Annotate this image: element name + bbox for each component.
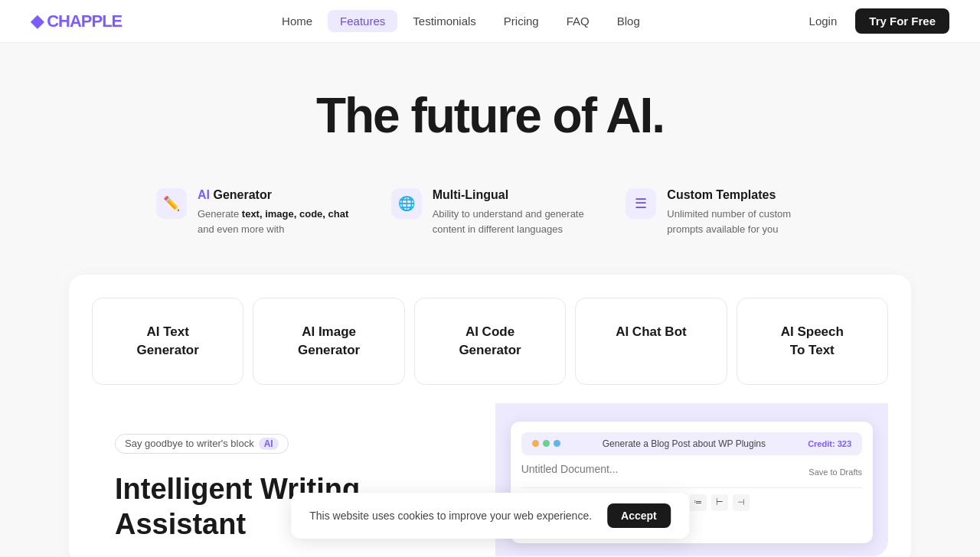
tag: Say goodbye to writer's block AI — [115, 434, 289, 454]
login-button[interactable]: Login — [800, 10, 847, 32]
cookie-banner: This website uses cookies to improve you… — [291, 493, 689, 539]
dot-blue — [554, 440, 560, 447]
card-ai-code-generator[interactable]: AI CodeGenerator — [414, 298, 566, 385]
pencil-icon: ✏️ — [156, 188, 187, 219]
nav-features[interactable]: Features — [328, 10, 397, 32]
feature-desc-ai: Generate text, image, code, chat and eve… — [198, 207, 354, 236]
nav-blog[interactable]: Blog — [605, 10, 652, 32]
editor-header: Generate a Blog Post about WP Plugins Cr… — [521, 432, 862, 455]
feature-title-ai: AI — [198, 188, 210, 201]
logo[interactable]: ◆ CHAPPLE — [31, 11, 122, 31]
feature-title-multilingual: Multi-Lingual — [433, 188, 590, 202]
feature-desc-templates: Unlimited number of custom prompts avail… — [667, 207, 824, 236]
toolbar-align-left[interactable]: ⊢ — [711, 494, 728, 511]
toolbar-list-ol[interactable]: ≔ — [690, 494, 707, 511]
features-row: ✏️ AI Generator Generate text, image, co… — [107, 173, 873, 252]
hero-title: The future of AI. — [31, 89, 949, 142]
nav-faq[interactable]: FAQ — [554, 10, 602, 32]
navbar: ◆ CHAPPLE Home Features Testimonials Pri… — [0, 0, 980, 43]
card-ai-chat-bot[interactable]: AI Chat Bot — [575, 298, 727, 385]
nav-links: Home Features Testimonials Pricing FAQ B… — [270, 10, 652, 32]
dot-yellow — [532, 440, 539, 447]
dot-green — [543, 440, 550, 447]
nav-testimonials[interactable]: Testimonials — [400, 10, 488, 32]
credit-label: Credit: 323 — [808, 439, 851, 448]
card-ai-image-generator[interactable]: AI ImageGenerator — [253, 298, 404, 385]
accept-button[interactable]: Accept — [607, 503, 671, 528]
feature-multilingual: 🌐 Multi-Lingual Ability to understand an… — [373, 173, 608, 252]
feature-ai-generator: ✏️ AI Generator Generate text, image, co… — [138, 173, 373, 252]
cards-row: AI TextGenerator AI ImageGenerator AI Co… — [92, 298, 888, 385]
feature-title-templates: Custom Templates — [667, 188, 824, 202]
try-for-free-button[interactable]: Try For Free — [855, 8, 949, 34]
nav-home[interactable]: Home — [270, 10, 325, 32]
editor-save: Save to Drafts — [808, 467, 862, 477]
tag-text: Say goodbye to writer's block — [125, 438, 254, 449]
card-ai-speech-to-text[interactable]: AI SpeechTo Text — [737, 298, 888, 385]
ai-badge: AI — [259, 438, 279, 450]
nav-pricing[interactable]: Pricing — [492, 10, 551, 32]
feature-templates: ☰ Custom Templates Unlimited number of c… — [607, 173, 842, 252]
toolbar-align-right[interactable]: ⊣ — [733, 494, 750, 511]
editor-title: Untitled Document... — [521, 463, 619, 475]
cookie-message: This website uses cookies to improve you… — [309, 510, 592, 522]
nav-right: Login Try For Free — [800, 8, 949, 34]
card-ai-text-generator[interactable]: AI TextGenerator — [92, 298, 243, 385]
dots — [532, 440, 560, 447]
globe-icon: 🌐 — [391, 188, 422, 219]
list-icon: ☰ — [626, 188, 656, 219]
feature-desc-multilingual: Ability to understand and generate conte… — [433, 207, 590, 236]
hero-section: The future of AI. — [0, 43, 980, 173]
editor-prompt: Generate a Blog Post about WP Plugins — [603, 438, 766, 449]
